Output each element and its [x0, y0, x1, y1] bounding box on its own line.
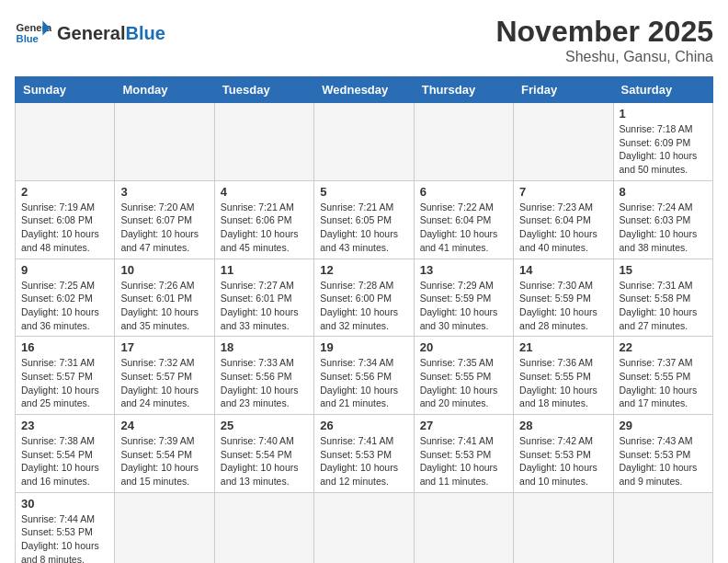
- day-number: 17: [120, 340, 208, 354]
- day-number: 16: [21, 340, 108, 354]
- calendar-cell: 3Sunrise: 7:20 AM Sunset: 6:07 PM Daylig…: [115, 180, 214, 259]
- weekday-header-saturday: Saturday: [613, 77, 712, 103]
- day-info: Sunrise: 7:27 AM Sunset: 6:01 PM Dayligh…: [221, 279, 308, 333]
- calendar-cell: 8Sunrise: 7:24 AM Sunset: 6:03 PM Daylig…: [613, 180, 712, 259]
- day-info: Sunrise: 7:35 AM Sunset: 5:55 PM Dayligh…: [420, 356, 507, 410]
- day-number: 18: [221, 340, 308, 354]
- calendar-cell: 10Sunrise: 7:26 AM Sunset: 6:01 PM Dayli…: [115, 259, 214, 337]
- day-number: 21: [519, 340, 607, 354]
- logo-general: General: [57, 23, 125, 43]
- weekday-header-wednesday: Wednesday: [314, 77, 414, 103]
- day-number: 15: [620, 263, 707, 277]
- weekday-header-sunday: Sunday: [16, 77, 115, 103]
- calendar-cell: 9Sunrise: 7:25 AM Sunset: 6:02 PM Daylig…: [16, 259, 115, 337]
- day-number: 6: [420, 185, 507, 199]
- day-number: 10: [120, 263, 208, 277]
- weekday-header-tuesday: Tuesday: [214, 77, 313, 103]
- calendar-cell: [115, 492, 214, 563]
- calendar-cell: 30Sunrise: 7:44 AM Sunset: 5:53 PM Dayli…: [16, 492, 115, 563]
- day-info: Sunrise: 7:18 AM Sunset: 6:09 PM Dayligh…: [620, 122, 707, 177]
- calendar-cell: 11Sunrise: 7:27 AM Sunset: 6:01 PM Dayli…: [214, 259, 313, 337]
- calendar-cell: [314, 492, 414, 563]
- day-info: Sunrise: 7:19 AM Sunset: 6:08 PM Dayligh…: [21, 201, 108, 255]
- title-block: November 2025 Sheshu, Gansu, China: [495, 15, 713, 65]
- day-number: 26: [320, 419, 407, 432]
- day-number: 9: [21, 263, 108, 277]
- calendar-cell: [514, 103, 613, 181]
- day-info: Sunrise: 7:21 AM Sunset: 6:06 PM Dayligh…: [221, 201, 308, 255]
- day-number: 5: [320, 185, 407, 199]
- day-info: Sunrise: 7:31 AM Sunset: 5:58 PM Dayligh…: [620, 279, 707, 333]
- day-info: Sunrise: 7:23 AM Sunset: 6:04 PM Dayligh…: [519, 201, 607, 255]
- calendar-cell: 1Sunrise: 7:18 AM Sunset: 6:09 PM Daylig…: [613, 103, 712, 181]
- calendar-week-row: 16Sunrise: 7:31 AM Sunset: 5:57 PM Dayli…: [16, 337, 713, 415]
- day-info: Sunrise: 7:41 AM Sunset: 5:53 PM Dayligh…: [320, 434, 407, 488]
- day-number: 23: [21, 419, 108, 432]
- calendar-cell: 7Sunrise: 7:23 AM Sunset: 6:04 PM Daylig…: [514, 180, 613, 259]
- calendar-cell: [214, 103, 313, 181]
- calendar-cell: 2Sunrise: 7:19 AM Sunset: 6:08 PM Daylig…: [16, 180, 115, 259]
- calendar-cell: 27Sunrise: 7:41 AM Sunset: 5:53 PM Dayli…: [414, 415, 513, 493]
- weekday-header-row: SundayMondayTuesdayWednesdayThursdayFrid…: [16, 77, 713, 103]
- calendar-week-row: 30Sunrise: 7:44 AM Sunset: 5:53 PM Dayli…: [16, 492, 713, 563]
- day-info: Sunrise: 7:37 AM Sunset: 5:55 PM Dayligh…: [620, 356, 707, 410]
- calendar-cell: [214, 492, 313, 563]
- day-number: 14: [519, 263, 607, 277]
- day-number: 12: [320, 263, 407, 277]
- calendar-cell: 24Sunrise: 7:39 AM Sunset: 5:54 PM Dayli…: [115, 415, 214, 493]
- calendar-week-row: 9Sunrise: 7:25 AM Sunset: 6:02 PM Daylig…: [16, 259, 713, 337]
- day-number: 29: [620, 419, 707, 432]
- day-number: 24: [120, 419, 208, 432]
- day-info: Sunrise: 7:30 AM Sunset: 5:59 PM Dayligh…: [519, 279, 607, 333]
- day-info: Sunrise: 7:43 AM Sunset: 5:53 PM Dayligh…: [620, 434, 707, 488]
- day-number: 11: [221, 263, 308, 277]
- day-number: 7: [519, 185, 607, 199]
- day-info: Sunrise: 7:40 AM Sunset: 5:54 PM Dayligh…: [221, 434, 308, 488]
- calendar-cell: 29Sunrise: 7:43 AM Sunset: 5:53 PM Dayli…: [613, 415, 712, 493]
- day-info: Sunrise: 7:31 AM Sunset: 5:57 PM Dayligh…: [21, 356, 108, 410]
- day-info: Sunrise: 7:22 AM Sunset: 6:04 PM Dayligh…: [420, 201, 507, 255]
- calendar-cell: 23Sunrise: 7:38 AM Sunset: 5:54 PM Dayli…: [16, 415, 115, 493]
- day-info: Sunrise: 7:34 AM Sunset: 5:56 PM Dayligh…: [320, 356, 407, 410]
- calendar-week-row: 23Sunrise: 7:38 AM Sunset: 5:54 PM Dayli…: [16, 415, 713, 493]
- calendar-cell: 26Sunrise: 7:41 AM Sunset: 5:53 PM Dayli…: [314, 415, 414, 493]
- page-header: General Blue GeneralBlue November 2025 S…: [15, 15, 713, 65]
- day-info: Sunrise: 7:29 AM Sunset: 5:59 PM Dayligh…: [420, 279, 507, 333]
- calendar-cell: 20Sunrise: 7:35 AM Sunset: 5:55 PM Dayli…: [414, 337, 513, 415]
- day-number: 2: [21, 185, 108, 199]
- calendar-cell: 12Sunrise: 7:28 AM Sunset: 6:00 PM Dayli…: [314, 259, 414, 337]
- weekday-header-monday: Monday: [115, 77, 214, 103]
- calendar-cell: [514, 492, 613, 563]
- day-number: 19: [320, 340, 407, 354]
- day-info: Sunrise: 7:24 AM Sunset: 6:03 PM Dayligh…: [620, 201, 707, 255]
- calendar-cell: 28Sunrise: 7:42 AM Sunset: 5:53 PM Dayli…: [514, 415, 613, 493]
- day-number: 28: [519, 419, 607, 432]
- day-number: 27: [420, 419, 507, 432]
- day-number: 4: [221, 185, 308, 199]
- day-info: Sunrise: 7:21 AM Sunset: 6:05 PM Dayligh…: [320, 201, 407, 255]
- day-number: 8: [620, 185, 707, 199]
- day-info: Sunrise: 7:36 AM Sunset: 5:55 PM Dayligh…: [519, 356, 607, 410]
- calendar-cell: 17Sunrise: 7:32 AM Sunset: 5:57 PM Dayli…: [115, 337, 214, 415]
- day-info: Sunrise: 7:41 AM Sunset: 5:53 PM Dayligh…: [420, 434, 507, 488]
- calendar-week-row: 1Sunrise: 7:18 AM Sunset: 6:09 PM Daylig…: [16, 103, 713, 181]
- calendar-week-row: 2Sunrise: 7:19 AM Sunset: 6:08 PM Daylig…: [16, 180, 713, 259]
- calendar-cell: 19Sunrise: 7:34 AM Sunset: 5:56 PM Dayli…: [314, 337, 414, 415]
- day-info: Sunrise: 7:32 AM Sunset: 5:57 PM Dayligh…: [120, 356, 208, 410]
- calendar-cell: [314, 103, 414, 181]
- svg-text:Blue: Blue: [17, 33, 39, 44]
- month-title: November 2025: [495, 15, 713, 49]
- weekday-header-thursday: Thursday: [414, 77, 513, 103]
- day-number: 20: [420, 340, 507, 354]
- calendar-cell: 14Sunrise: 7:30 AM Sunset: 5:59 PM Dayli…: [514, 259, 613, 337]
- day-number: 22: [620, 340, 707, 354]
- calendar-cell: [115, 103, 214, 181]
- day-info: Sunrise: 7:42 AM Sunset: 5:53 PM Dayligh…: [519, 434, 607, 488]
- day-info: Sunrise: 7:26 AM Sunset: 6:01 PM Dayligh…: [120, 279, 208, 333]
- day-number: 30: [21, 497, 108, 511]
- day-info: Sunrise: 7:20 AM Sunset: 6:07 PM Dayligh…: [120, 201, 208, 255]
- calendar-cell: [16, 103, 115, 181]
- calendar-cell: 21Sunrise: 7:36 AM Sunset: 5:55 PM Dayli…: [514, 337, 613, 415]
- logo-icon: General Blue: [15, 15, 51, 52]
- calendar-cell: 25Sunrise: 7:40 AM Sunset: 5:54 PM Dayli…: [214, 415, 313, 493]
